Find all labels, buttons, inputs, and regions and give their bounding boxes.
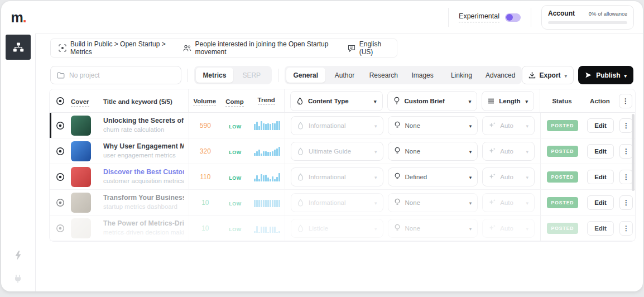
row-title[interactable]: Unlocking the Secrets of Churn Rat (103, 117, 184, 126)
lightning-icon[interactable] (14, 250, 22, 261)
custom-brief-dropdown[interactable]: None (388, 142, 478, 161)
publish-label: Publish (596, 71, 620, 79)
length-header-dropdown[interactable]: Length (482, 91, 534, 111)
trend-sparkline (254, 121, 280, 130)
col-header-trend[interactable]: Trend (258, 97, 275, 105)
tab-advanced[interactable]: Advanced (481, 68, 520, 83)
row-radio-icon[interactable] (56, 198, 65, 207)
length-dropdown[interactable]: Auto (482, 142, 535, 161)
app-logo[interactable]: m. (1, 9, 36, 26)
content-type-dropdown[interactable]: Informational (291, 193, 383, 212)
left-sidebar (1, 33, 36, 291)
chevron-down-icon (374, 122, 377, 129)
row-options-button[interactable] (619, 221, 633, 236)
account-panel[interactable]: Account 0% of allowance (541, 5, 634, 30)
lightbulb-icon (394, 198, 401, 207)
cover-thumbnail[interactable] (71, 141, 91, 161)
tab-serp[interactable]: SERP (233, 68, 270, 83)
row-options-button[interactable] (619, 170, 633, 184)
table-row[interactable]: Transform Your Business with a Sm startu… (50, 190, 635, 215)
col-header-cover[interactable]: Cover (71, 98, 89, 107)
export-button[interactable]: Export (522, 66, 574, 84)
competition-badge: LOW (229, 150, 242, 155)
lightbulb-icon (394, 173, 401, 181)
chevron-down-icon (469, 174, 472, 180)
chevron-down-icon (526, 225, 528, 232)
chevron-down-icon (469, 225, 472, 232)
row-options-button[interactable] (619, 144, 633, 159)
edit-button[interactable]: Edit (587, 118, 614, 133)
tab-linking[interactable]: Linking (442, 68, 481, 83)
table-scrollbar[interactable] (632, 114, 635, 191)
chevron-down-icon (469, 98, 472, 104)
row-radio-icon[interactable] (56, 224, 65, 233)
sidebar-item-sitemap[interactable] (6, 35, 31, 60)
custom-brief-dropdown[interactable]: None (388, 116, 478, 135)
breadcrumb[interactable]: Build in Public > Open Startup > Metrics (59, 40, 169, 56)
project-select[interactable] (50, 66, 181, 84)
custom-brief-dropdown[interactable]: None (388, 219, 478, 238)
tab-author[interactable]: Author (325, 68, 364, 83)
experimental-toggle[interactable] (505, 13, 521, 22)
content-type-dropdown[interactable]: Informational (291, 167, 383, 186)
allowance-progressbar (548, 21, 627, 24)
content-type-dropdown[interactable]: Ultimate Guide (291, 142, 383, 161)
row-radio-icon[interactable] (56, 121, 65, 130)
content-table: Cover Title and keyword (5/5) Volume Com… (49, 89, 636, 242)
cover-thumbnail[interactable] (71, 218, 91, 238)
table-row[interactable]: The Power of Metrics-Driven Decis metric… (50, 215, 635, 241)
content-type-value: Informational (309, 122, 345, 129)
tab-general[interactable]: General (286, 68, 325, 83)
table-options-button[interactable] (619, 94, 632, 108)
row-radio-icon[interactable] (56, 173, 65, 181)
language-selector[interactable]: English (US) (348, 40, 389, 56)
content-type-value: Informational (309, 174, 345, 180)
cover-thumbnail[interactable] (71, 116, 91, 136)
edit-button[interactable]: Edit (587, 170, 614, 184)
chevron-down-icon (565, 71, 568, 79)
table-row[interactable]: Why User Engagement Metrics Mat user eng… (50, 138, 635, 164)
table-row[interactable]: Discover the Best Customer Acquis custom… (50, 164, 635, 190)
scan-target-icon (59, 44, 66, 52)
audience-info[interactable]: People interested in joining the Open St… (183, 40, 333, 56)
tab-images[interactable]: Images (403, 68, 442, 83)
length-value: Auto (500, 148, 513, 155)
custom-brief-dropdown[interactable]: Defined (388, 167, 478, 186)
row-title[interactable]: Transform Your Business with a Sm (103, 194, 184, 203)
tab-metrics[interactable]: Metrics (196, 68, 233, 83)
length-dropdown[interactable]: Auto (482, 219, 535, 238)
content-type-header-dropdown[interactable]: Content Type (290, 91, 383, 111)
edit-button[interactable]: Edit (587, 144, 614, 159)
length-dropdown[interactable]: Auto (482, 193, 535, 212)
edit-button[interactable]: Edit (587, 221, 614, 236)
tab-research[interactable]: Research (364, 68, 403, 83)
volume-value: 10 (189, 199, 222, 207)
competition-badge: LOW (229, 227, 242, 232)
publish-button[interactable]: Publish (578, 66, 633, 84)
row-title[interactable]: The Power of Metrics-Driven Decis (103, 219, 184, 228)
cover-thumbnail[interactable] (71, 167, 91, 187)
table-row[interactable]: Unlocking the Secrets of Churn Rat churn… (50, 113, 635, 138)
row-options-button[interactable] (619, 195, 633, 210)
col-header-comp[interactable]: Comp (225, 98, 244, 107)
row-options-button[interactable] (619, 118, 633, 133)
col-header-volume[interactable]: Volume (193, 98, 216, 106)
content-type-dropdown[interactable]: Listicle (291, 219, 383, 238)
length-dropdown[interactable]: Auto (482, 167, 535, 186)
custom-brief-dropdown[interactable]: None (388, 193, 478, 212)
row-title[interactable]: Discover the Best Customer Acquis (103, 168, 184, 177)
edit-button[interactable]: Edit (587, 195, 614, 210)
custom-brief-header-dropdown[interactable]: Custom Brief (387, 91, 478, 111)
toggle-knob-icon (506, 14, 513, 21)
cover-thumbnail[interactable] (71, 193, 91, 213)
divider (188, 69, 188, 82)
project-input[interactable] (69, 71, 175, 79)
row-radio-icon[interactable] (56, 147, 65, 156)
lightbulb-icon (394, 224, 401, 232)
row-title[interactable]: Why User Engagement Metrics Mat (103, 142, 184, 151)
content-type-dropdown[interactable]: Informational (291, 116, 383, 135)
plug-icon[interactable] (13, 274, 23, 284)
sparkle-auto-icon (488, 147, 496, 155)
length-dropdown[interactable]: Auto (482, 116, 535, 135)
select-all-radio-icon[interactable] (56, 97, 65, 106)
